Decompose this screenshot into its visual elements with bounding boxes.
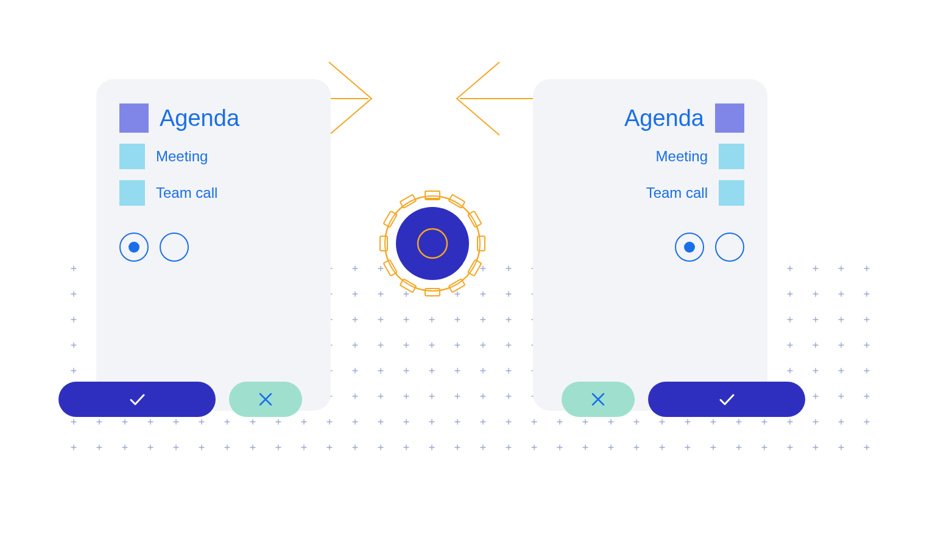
ltr-card: Agenda Meeting Team call — [96, 79, 331, 411]
heading-row: Agenda — [119, 103, 308, 133]
radio-option-selected[interactable] — [675, 233, 704, 262]
list-item-label: Team call — [646, 184, 708, 201]
radio-group — [119, 233, 308, 262]
svg-rect-11 — [380, 236, 387, 251]
list-item-label: Meeting — [656, 148, 708, 165]
heading-row: Agenda — [556, 103, 744, 133]
radio-option[interactable] — [715, 233, 744, 262]
diagram-stage: Agenda Meeting Team call — [0, 0, 938, 560]
list-item: Team call — [119, 180, 308, 206]
confirm-button[interactable] — [58, 382, 216, 417]
item-color-swatch — [119, 144, 145, 169]
item-color-swatch — [719, 180, 744, 206]
list-item: Meeting — [556, 144, 744, 169]
confirm-button[interactable] — [648, 382, 805, 417]
x-icon — [590, 391, 607, 408]
check-icon — [127, 389, 147, 410]
check-icon — [716, 389, 737, 410]
list-item-label: Meeting — [156, 148, 208, 165]
heading-color-swatch — [119, 103, 149, 133]
action-bar — [562, 382, 805, 417]
action-bar — [58, 382, 302, 417]
cancel-button[interactable] — [562, 382, 635, 417]
svg-rect-8 — [425, 289, 440, 296]
rtl-card: Agenda Meeting Team call — [533, 79, 767, 411]
svg-rect-5 — [478, 236, 485, 251]
list-item-label: Team call — [156, 184, 217, 201]
gear-icon — [378, 189, 487, 298]
item-color-swatch — [119, 180, 145, 206]
card-heading: Agenda — [160, 105, 239, 131]
svg-point-15 — [396, 207, 469, 280]
card-heading: Agenda — [624, 105, 704, 131]
item-color-swatch — [719, 144, 744, 169]
radio-option-selected[interactable] — [119, 233, 149, 262]
radio-option[interactable] — [160, 233, 189, 262]
radio-group — [556, 233, 744, 262]
list-item: Team call — [556, 180, 744, 206]
cancel-button[interactable] — [229, 382, 302, 417]
x-icon — [257, 391, 274, 408]
list-item: Meeting — [119, 144, 308, 169]
heading-color-swatch — [715, 103, 744, 133]
svg-rect-2 — [425, 191, 440, 198]
